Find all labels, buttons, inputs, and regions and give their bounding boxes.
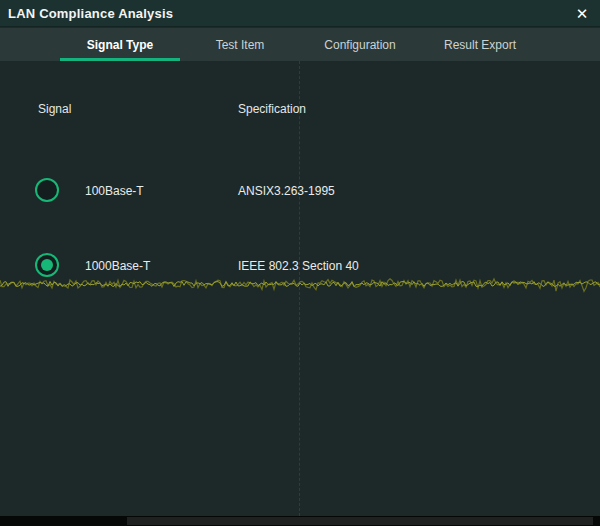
radio-100base-t[interactable] bbox=[35, 178, 59, 202]
column-header-signal: Signal bbox=[38, 102, 71, 116]
lan-compliance-dialog: LAN Compliance Analysis ✕ Signal Type Te… bbox=[0, 0, 600, 526]
dialog-title: LAN Compliance Analysis bbox=[8, 6, 173, 21]
signal-specification: ANSIX3.263-1995 bbox=[238, 184, 335, 198]
tab-bar: Signal Type Test Item Configuration Resu… bbox=[0, 28, 600, 61]
tab-configuration[interactable]: Configuration bbox=[300, 28, 420, 61]
tab-label: Test Item bbox=[216, 38, 265, 52]
tab-label: Signal Type bbox=[87, 38, 153, 52]
column-header-specification: Specification bbox=[238, 102, 306, 116]
waveform-trace bbox=[0, 270, 600, 298]
graticule-gridline bbox=[299, 61, 300, 516]
signal-name[interactable]: 100Base-T bbox=[85, 184, 144, 198]
radio-1000base-t[interactable] bbox=[35, 253, 59, 277]
tab-label: Configuration bbox=[324, 38, 395, 52]
signal-type-panel: Signal Specification 100Base-T ANSIX3.26… bbox=[0, 61, 600, 516]
close-icon[interactable]: ✕ bbox=[570, 0, 594, 27]
bottom-strip bbox=[0, 516, 600, 526]
tab-result-export[interactable]: Result Export bbox=[420, 28, 540, 61]
bottom-strip-segment bbox=[127, 517, 593, 525]
tab-signal-type[interactable]: Signal Type bbox=[60, 28, 180, 61]
tab-label: Result Export bbox=[444, 38, 516, 52]
signal-name[interactable]: 1000Base-T bbox=[85, 259, 150, 273]
tab-test-item[interactable]: Test Item bbox=[180, 28, 300, 61]
signal-specification: IEEE 802.3 Section 40 bbox=[238, 259, 359, 273]
dialog-titlebar: LAN Compliance Analysis ✕ bbox=[0, 0, 600, 27]
